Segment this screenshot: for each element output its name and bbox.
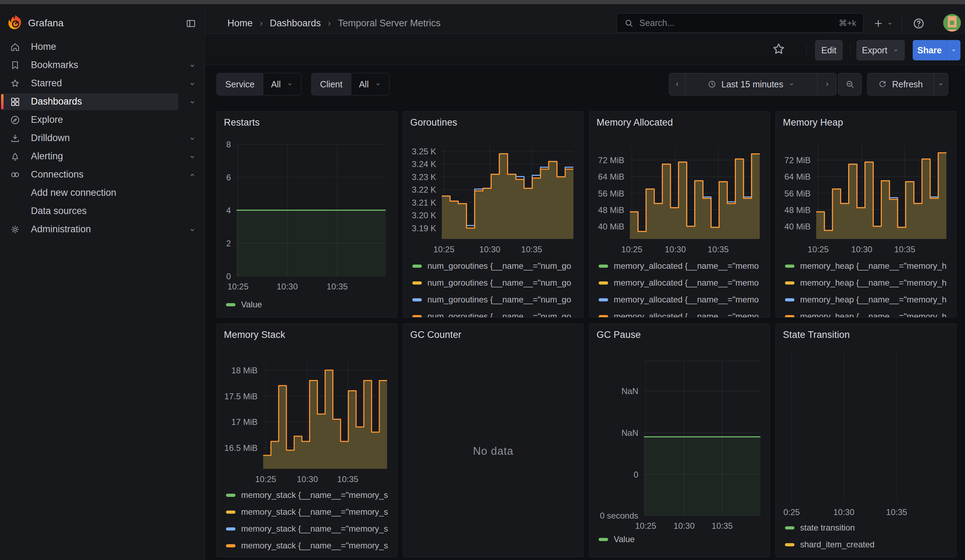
legend-item[interactable]: memory_stack {__name__="memory_s: [226, 540, 388, 551]
favorite-star-icon[interactable]: [771, 41, 787, 57]
chevron-down-icon[interactable]: [188, 61, 196, 70]
chart-canvas: 16.5 MiB17 MiB17.5 MiB18 MiB10:2510:3010…: [217, 324, 397, 557]
svg-text:10:30: 10:30: [276, 282, 298, 291]
search-input[interactable]: ⌘+k: [617, 13, 864, 33]
legend-item[interactable]: memory_allocated {__name__="memo: [599, 261, 759, 271]
legend-item[interactable]: Value: [226, 299, 262, 310]
legend-series-swatch: [599, 281, 608, 284]
add-new-button[interactable]: [873, 18, 893, 29]
legend-item[interactable]: state transition: [785, 522, 855, 533]
legend-item[interactable]: memory_heap {__name__="memory_h: [785, 294, 946, 305]
chevron-down-icon: [892, 47, 900, 54]
export-button[interactable]: Export: [857, 40, 904, 60]
sidebar-item-data-sources[interactable]: Data sources: [0, 202, 204, 220]
time-shift-back-button[interactable]: [669, 73, 685, 95]
time-shift-forward-button[interactable]: [818, 73, 836, 95]
legend-series-swatch: [412, 298, 422, 301]
refresh-icon: [878, 80, 887, 89]
legend-item[interactable]: shard_item_created: [785, 539, 875, 550]
svg-text:10:35: 10:35: [521, 245, 542, 254]
svg-text:48 MiB: 48 MiB: [784, 205, 811, 215]
dashboard-toolbar: Edit Export Share: [205, 34, 965, 65]
zoom-out-button[interactable]: [838, 73, 862, 95]
svg-text:10:35: 10:35: [886, 508, 907, 517]
chevron-up-icon[interactable]: [188, 171, 196, 179]
avatar[interactable]: [943, 14, 961, 31]
edit-button[interactable]: Edit: [815, 40, 842, 60]
time-range-label: Last 15 minutes: [721, 79, 783, 90]
sidebar-item-home[interactable]: Home: [0, 38, 204, 56]
breadcrumb-item[interactable]: Dashboards: [270, 18, 321, 29]
svg-text:10:30: 10:30: [479, 245, 500, 254]
share-button[interactable]: Share: [913, 40, 946, 60]
chevron-down-icon[interactable]: [188, 98, 196, 106]
legend-series-label: shard_item_created: [800, 540, 875, 550]
legend-item[interactable]: memory_allocated {__name__="memo: [599, 294, 759, 305]
home-icon: [10, 42, 20, 52]
sidebar-item-explore[interactable]: Explore: [0, 111, 204, 129]
legend-item[interactable]: memory_heap {__name__="memory_h: [785, 278, 946, 288]
legend-series-label: memory_allocated {__name__="memo: [614, 295, 759, 305]
legend-series-swatch: [599, 264, 608, 268]
legend-item[interactable]: Value: [599, 534, 635, 545]
sidebar-item-bookmarks[interactable]: Bookmarks: [0, 56, 204, 74]
sidebar-item-drilldown[interactable]: Drilldown: [0, 129, 204, 147]
refresh-interval-button[interactable]: [934, 73, 948, 95]
svg-text:2: 2: [226, 238, 231, 248]
service-select[interactable]: All: [263, 73, 301, 95]
legend-item[interactable]: memory_allocated {__name__="memo: [599, 311, 759, 318]
legend-series-swatch: [226, 511, 236, 514]
chevron-down-icon[interactable]: [188, 225, 196, 234]
legend-item[interactable]: num_goroutines {__name__="num_go: [412, 311, 571, 318]
client-label: Client: [312, 73, 351, 95]
sidebar-item-administration[interactable]: Administration: [0, 220, 204, 238]
refresh-button[interactable]: Refresh: [867, 73, 934, 95]
share-dropdown-button[interactable]: [946, 40, 960, 60]
search-field[interactable]: [639, 18, 834, 28]
grafana-logo-icon[interactable]: [7, 14, 24, 31]
svg-text:8: 8: [226, 140, 231, 149]
legend-item[interactable]: memory_stack {__name__="memory_s: [226, 507, 388, 517]
legend-item[interactable]: memory_stack {__name__="memory_s: [226, 524, 388, 534]
legend-item[interactable]: memory_heap {__name__="memory_h: [785, 261, 946, 271]
plus-icon: [873, 18, 883, 29]
client-select[interactable]: All: [351, 73, 389, 95]
legend-item[interactable]: num_goroutines {__name__="num_go: [412, 261, 571, 271]
chevron-down-icon[interactable]: [188, 153, 196, 161]
refresh-group: Refresh: [867, 73, 948, 95]
legend-item[interactable]: memory_heap {__name__="memory_h: [785, 311, 946, 318]
chevron-down-icon[interactable]: [188, 134, 196, 143]
svg-text:10:35: 10:35: [711, 521, 733, 531]
sidebar-item-dashboards[interactable]: Dashboards: [0, 93, 204, 111]
sidebar-item-connections[interactable]: Connections: [0, 166, 204, 184]
legend-series-swatch: [412, 281, 422, 284]
legend-series-swatch: [599, 298, 608, 301]
svg-text:72 MiB: 72 MiB: [598, 155, 624, 165]
panel-memory-heap: Memory Heap40 MiB48 MiB56 MiB64 MiB72 Mi…: [775, 111, 957, 318]
sidebar-toggle-icon[interactable]: [186, 18, 196, 29]
sidebar-item-add-new-connection[interactable]: Add new connection: [0, 184, 204, 202]
help-icon[interactable]: [913, 17, 925, 30]
svg-text:56 MiB: 56 MiB: [598, 189, 624, 198]
svg-text:10:30: 10:30: [833, 508, 854, 517]
breadcrumb-item[interactable]: Home: [227, 18, 253, 29]
panel-gc-counter: GC CounterNo data: [403, 323, 584, 557]
legend-item[interactable]: memory_allocated {__name__="memo: [599, 278, 759, 288]
variable-client: Client All: [311, 73, 389, 95]
sidebar-item-alerting[interactable]: Alerting: [0, 147, 204, 166]
legend-series-label: memory_heap {__name__="memory_h: [800, 312, 946, 318]
chevron-down-icon[interactable]: [188, 80, 196, 88]
sidebar-item-starred[interactable]: Starred: [0, 74, 204, 93]
chevron-down-icon: [950, 47, 957, 54]
legend-item[interactable]: num_goroutines {__name__="num_go: [412, 294, 571, 305]
panel-title[interactable]: GC Counter: [410, 330, 461, 340]
legend-item[interactable]: num_goroutines {__name__="num_go: [412, 278, 571, 288]
sidebar-item-label: Alerting: [31, 151, 63, 162]
legend-item[interactable]: memory_stack {__name__="memory_s: [226, 490, 388, 500]
svg-text:56 MiB: 56 MiB: [784, 189, 811, 198]
sidebar-item-label: Drilldown: [31, 132, 70, 144]
time-range-picker[interactable]: Last 15 minutes: [685, 73, 817, 95]
sidebar-item-label: Administration: [31, 224, 91, 235]
legend-series-swatch: [226, 303, 236, 306]
svg-text:10:25: 10:25: [433, 245, 455, 254]
